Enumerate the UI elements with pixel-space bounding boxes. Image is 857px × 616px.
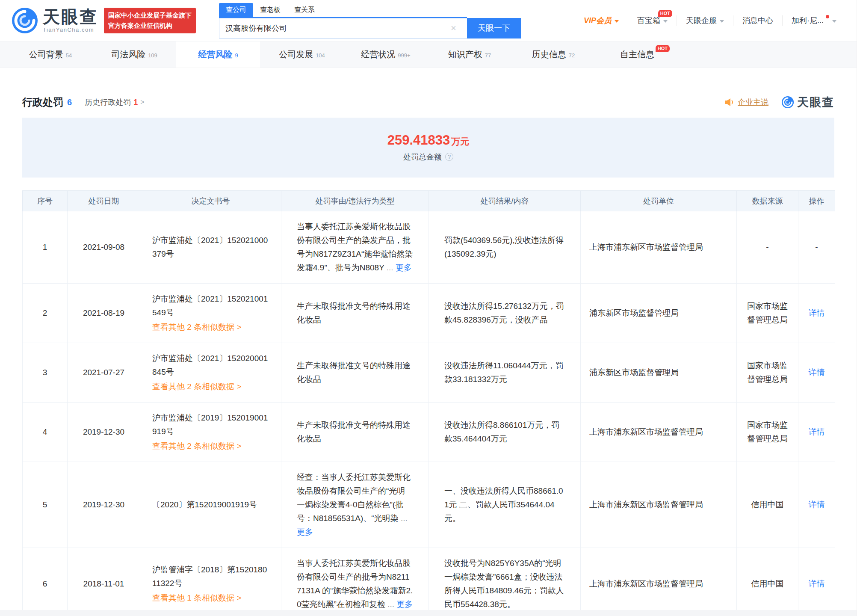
reason-text: 生产未取得批准文号的特殊用途化妆品 (297, 421, 411, 443)
cell-action: 详情 (798, 548, 835, 616)
more-link[interactable]: 更多 (297, 527, 313, 536)
more-link[interactable]: 更多 (396, 263, 412, 272)
column-header: 处罚单位 (581, 191, 737, 211)
cell-row-number: 4 (23, 403, 68, 462)
cell-action: 详情 (798, 284, 835, 343)
detail-link[interactable]: 详情 (809, 427, 825, 436)
cell-penalty-result: 一、没收违法所得人民币88661.01元 二、罚款人民币354644.04元。 (429, 462, 581, 548)
owner-speak-link[interactable]: 企业主说 (725, 97, 768, 107)
hot-badge: HOT (656, 45, 670, 52)
nav-enterprise-service[interactable]: 天眼企服 (677, 15, 733, 26)
tianyancha-logo[interactable]: 天眼查 TianYanCha.com (11, 7, 98, 34)
table-row: 32021-07-27沪市监浦处〔2021〕152020001845号查看其他 … (23, 343, 835, 403)
column-header: 处罚事由/违法行为类型 (281, 191, 429, 211)
cell-penalty-date: 2018-11-01 (68, 548, 140, 616)
detail-link[interactable]: 详情 (809, 579, 825, 588)
tab-history-info[interactable]: 历史信息72 (511, 41, 595, 68)
search-row: × 天眼一下 (219, 18, 521, 38)
search-input[interactable] (219, 18, 467, 38)
document-number-text: 沪市监浦处〔2021〕152020001845号 (152, 354, 268, 376)
tab-company-development[interactable]: 公司发展104 (260, 41, 344, 68)
tab-label: 司法风险 (111, 49, 145, 60)
similar-data-link[interactable]: 查看其他 2 条相似数据 > (152, 320, 269, 334)
nav-toolbox[interactable]: HOT 百宝箱 (628, 15, 677, 26)
cell-penalty-date: 2019-12-30 (68, 403, 140, 462)
history-penalty-link[interactable]: 历史行政处罚 1 > (85, 97, 144, 107)
similar-data-link[interactable]: 查看其他 1 条相似数据 > (152, 591, 269, 605)
top-nav: VIP会员 HOT 百宝箱 天眼企服 消息中心 加利·尼... (575, 15, 845, 26)
truncation-ellipsis: ... (387, 263, 393, 272)
cell-penalty-result: 没收批号为N825Y6Y35A的“光明一焗棕染发膏”6661盒；没收违法所得人民… (429, 548, 581, 616)
cell-row-number: 1 (23, 211, 68, 284)
tab-operating-status[interactable]: 经营状况999+ (344, 41, 428, 68)
more-link[interactable]: 更多 (396, 600, 413, 609)
search-tab-relation[interactable]: 查关系 (287, 3, 322, 17)
cell-action: - (798, 211, 835, 284)
cell-data-source: - (737, 211, 798, 284)
detail-link[interactable]: 详情 (809, 308, 825, 317)
nav-message-center[interactable]: 消息中心 (733, 15, 782, 26)
truncation-ellipsis: ... (387, 600, 394, 609)
tab-intellectual-property[interactable]: 知识产权77 (428, 41, 511, 68)
cell-data-source: 国家市场监督管理总局 (737, 343, 798, 403)
cell-penalty-result: 没收违法所得8.866101万元，罚款35.464404万元 (429, 403, 581, 462)
similar-data-link[interactable]: 查看其他 2 条相似数据 > (152, 439, 269, 453)
tab-company-background[interactable]: 公司背景54 (9, 41, 92, 68)
section-right: 企业主说 天眼查 (725, 95, 834, 110)
cell-penalty-unit: 浦东新区市场监督管理局 (581, 343, 737, 403)
cell-penalty-unit: 上海市浦东新区市场监督管理局 (581, 548, 737, 616)
cell-document-number: 沪市监浦处〔2019〕152019001919号查看其他 2 条相似数据 > (140, 403, 281, 462)
top-header: 天眼查 TianYanCha.com 国家中小企业发展子基金旗下 官方备案企业征… (0, 0, 857, 41)
cell-penalty-result: 罚款(540369.56元),没收违法所得(135092.39元) (429, 211, 581, 284)
hot-badge: HOT (658, 10, 672, 17)
penalty-summary-box: 259.41833万元 处罚总金额 ? (22, 118, 834, 178)
cell-document-number: 沪市监浦处〔2021〕152021001549号查看其他 2 条相似数据 > (140, 284, 281, 343)
reason-text: 当事人委托江苏美爱斯化妆品股份有限公司生产的批号为N82117131A 的“施华… (297, 559, 413, 609)
tab-count: 109 (148, 52, 157, 59)
nav-user-account[interactable]: 加利·尼... (782, 15, 845, 26)
cell-penalty-date: 2021-07-27 (68, 343, 140, 403)
cell-penalty-result: 没收违法所得11.060444万元，罚款33.181332万元 (429, 343, 581, 403)
badge-line2: 官方备案企业征信机构 (108, 21, 192, 31)
similar-data-link[interactable]: 查看其他 2 条相似数据 > (152, 380, 269, 394)
truncation-ellipsis: ... (401, 514, 408, 523)
tab-operational-risk[interactable]: 经营风险9 (176, 41, 260, 68)
certification-badge: 国家中小企业发展子基金旗下 官方备案企业征信机构 (104, 8, 196, 33)
nav-enterprise-label: 天眼企服 (686, 15, 717, 26)
chevron-down-icon (720, 20, 724, 25)
search-button[interactable]: 天眼一下 (467, 18, 521, 38)
cell-penalty-unit: 浦东新区市场监督管理局 (581, 284, 737, 343)
detail-link[interactable]: 详情 (809, 368, 825, 377)
company-tab-strip: 公司背景54 司法风险109 经营风险9 公司发展104 经营状况999+ 知识… (0, 41, 857, 68)
cell-data-source: 信用中国 (737, 548, 798, 616)
search-tab-company[interactable]: 查公司 (219, 3, 253, 17)
cell-penalty-reason: 生产未取得批准文号的特殊用途化妆品 (281, 284, 429, 343)
cell-penalty-reason: 生产未取得批准文号的特殊用途化妆品 (281, 343, 429, 403)
cell-document-number: 沪市监浦处〔2021〕152021000379号 (140, 211, 281, 284)
penalty-table-body: 12021-09-08沪市监浦处〔2021〕152021000379号当事人委托… (23, 211, 835, 616)
document-number-text: 沪监管浦字〔2018〕第152018011322号 (152, 565, 267, 588)
megaphone-icon (725, 98, 734, 107)
tab-count: 104 (316, 52, 325, 59)
owner-speak-label: 企业主说 (738, 97, 768, 107)
tab-label: 公司发展 (279, 49, 313, 60)
detail-link[interactable]: 详情 (809, 500, 825, 509)
cell-penalty-reason: 经查：当事人委托江苏美爱斯化妆品股份有限公司生产的“光明一焗棕染发膏4-0自然棕… (281, 462, 429, 548)
clear-search-icon[interactable]: × (451, 23, 456, 34)
tab-count: 9 (235, 52, 238, 59)
tab-count: 54 (66, 52, 72, 59)
cell-action: 详情 (798, 462, 835, 548)
nav-vip[interactable]: VIP会员 (575, 15, 628, 26)
document-number-text: 〔2020〕第152019001919号 (152, 500, 257, 509)
tab-self-info[interactable]: 自主信息 HOT (595, 41, 679, 68)
cell-action: 详情 (798, 343, 835, 403)
tab-count: 72 (569, 52, 575, 59)
logo-subtitle: TianYanCha.com (43, 27, 98, 33)
search-tab-boss[interactable]: 查老板 (253, 3, 287, 17)
chevron-down-icon (832, 20, 836, 25)
document-number-text: 沪市监浦处〔2021〕152021000379号 (152, 236, 268, 258)
tab-judicial-risk[interactable]: 司法风险109 (92, 41, 176, 68)
cell-row-number: 6 (23, 548, 68, 616)
help-icon[interactable]: ? (445, 153, 453, 161)
cell-row-number: 5 (23, 462, 68, 548)
